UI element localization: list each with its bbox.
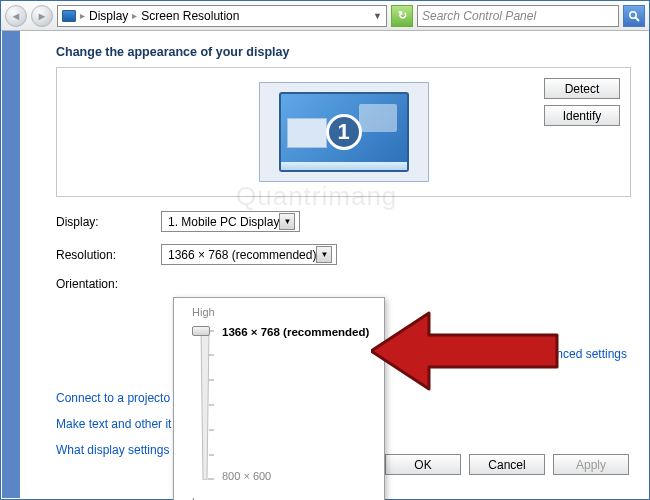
search-button[interactable] bbox=[623, 5, 645, 27]
svg-point-0 bbox=[630, 11, 636, 17]
svg-marker-2 bbox=[201, 330, 209, 480]
advanced-settings-link[interactable]: Advanced settings bbox=[529, 347, 627, 361]
svg-line-1 bbox=[636, 17, 640, 21]
refresh-button[interactable]: ↻ bbox=[391, 5, 413, 27]
identify-button[interactable]: Identify bbox=[544, 105, 620, 126]
detect-button[interactable]: Detect bbox=[544, 78, 620, 99]
display-preview: 1 Detect Identify bbox=[56, 67, 631, 197]
display-label: Display: bbox=[56, 215, 161, 229]
chevron-down-icon[interactable]: ▼ bbox=[316, 246, 332, 263]
display-combo[interactable]: 1. Mobile PC Display ▼ bbox=[161, 211, 300, 232]
window-thumb-icon bbox=[359, 104, 397, 132]
toolbar: ◄ ► ▸ Display ▸ Screen Resolution ▼ ↻ Se… bbox=[1, 1, 649, 31]
page-title: Change the appearance of your display bbox=[56, 45, 631, 59]
slider-min-label: 800 × 600 bbox=[222, 470, 271, 482]
resolution-label: Resolution: bbox=[56, 248, 161, 262]
breadcrumb-display[interactable]: Display bbox=[89, 9, 128, 23]
display-arrangement[interactable]: 1 bbox=[259, 82, 429, 182]
slider-current-label: 1366 × 768 (recommended) bbox=[222, 326, 369, 338]
resolution-slider[interactable]: 1366 × 768 (recommended) 800 × 600 bbox=[196, 326, 374, 494]
taskbar-icon bbox=[281, 162, 407, 170]
chevron-right-icon: ▸ bbox=[132, 10, 137, 21]
chevron-down-icon[interactable]: ▼ bbox=[279, 213, 295, 230]
search-icon bbox=[628, 10, 640, 22]
orientation-label: Orientation: bbox=[56, 277, 161, 291]
slider-low-label: Low bbox=[192, 496, 212, 500]
window-thumb-icon bbox=[287, 118, 327, 148]
resolution-combo-value: 1366 × 768 (recommended) bbox=[168, 248, 316, 262]
slider-track-icon bbox=[196, 330, 214, 480]
search-placeholder: Search Control Panel bbox=[422, 9, 536, 23]
search-input[interactable]: Search Control Panel bbox=[417, 5, 619, 27]
resolution-slider-popup[interactable]: High 1366 × 768 (recommended) 800 × 600 … bbox=[173, 297, 385, 500]
forward-button[interactable]: ► bbox=[31, 5, 53, 27]
window-border bbox=[2, 31, 20, 498]
display-icon bbox=[62, 10, 76, 22]
monitor-1[interactable]: 1 bbox=[279, 92, 409, 172]
resolution-combo[interactable]: 1366 × 768 (recommended) ▼ bbox=[161, 244, 337, 265]
back-button[interactable]: ◄ bbox=[5, 5, 27, 27]
ok-button[interactable]: OK bbox=[385, 454, 461, 475]
dialog-buttons: OK Cancel Apply bbox=[385, 454, 629, 475]
slider-high-label: High bbox=[192, 306, 374, 318]
chevron-right-icon: ▸ bbox=[80, 10, 85, 21]
display-combo-value: 1. Mobile PC Display bbox=[168, 215, 279, 229]
apply-button[interactable]: Apply bbox=[553, 454, 629, 475]
address-bar[interactable]: ▸ Display ▸ Screen Resolution ▼ bbox=[57, 5, 387, 27]
chevron-down-icon[interactable]: ▼ bbox=[373, 11, 382, 21]
slider-thumb[interactable] bbox=[192, 326, 210, 336]
monitor-number-badge: 1 bbox=[326, 114, 362, 150]
breadcrumb-resolution[interactable]: Screen Resolution bbox=[141, 9, 239, 23]
cancel-button[interactable]: Cancel bbox=[469, 454, 545, 475]
